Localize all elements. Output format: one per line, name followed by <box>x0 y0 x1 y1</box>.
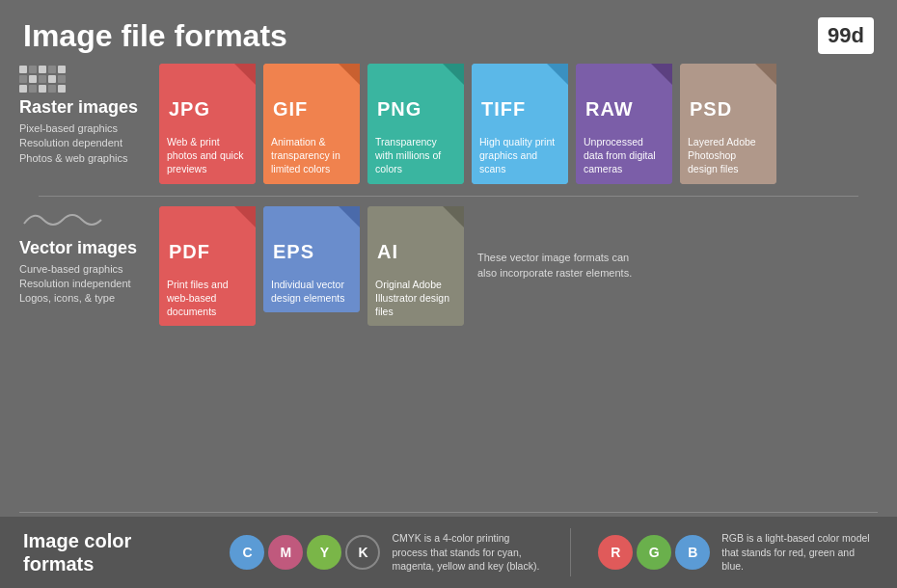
card-psd-body: Layered Adobe Photoshop design files <box>680 129 776 184</box>
card-gif: GIF Animation & transparency in limited … <box>263 64 360 184</box>
card-raw-top: RAW <box>576 64 672 129</box>
vector-title: Vector images <box>19 238 150 258</box>
card-png-label: PNG <box>377 98 421 120</box>
vector-section: Vector images Curve-based graphicsResolu… <box>19 206 878 327</box>
card-jpg-top: JPG <box>159 64 256 129</box>
card-png-top: PNG <box>367 64 464 129</box>
card-psd-label: PSD <box>690 98 732 120</box>
vector-description: Curve-based graphicsResolution independe… <box>19 262 150 307</box>
cmyk-description: CMYK is a 4-color printing process that … <box>392 531 543 574</box>
section-divider <box>39 196 858 197</box>
card-tiff-top: TIFF <box>472 64 568 129</box>
k-circle: K <box>345 535 380 570</box>
raster-label: Raster images Pixel-based graphicsResolu… <box>19 64 159 184</box>
card-gif-label: GIF <box>273 98 308 120</box>
card-png-body: Transparency with millions of colors <box>367 129 464 184</box>
card-pdf-fold <box>234 206 256 227</box>
card-psd-fold <box>755 64 776 85</box>
card-eps: EPS Individual vector design elements <box>263 206 360 312</box>
color-formats-section: Image color formats C M Y K CMYK is a 4-… <box>0 517 897 588</box>
rgb-circles: R G B <box>598 535 710 570</box>
vector-icon <box>19 206 150 233</box>
card-raw-body: Unprocessed data from digital cameras <box>576 129 672 184</box>
page: Image file formats 99d Raster images Pix… <box>0 0 897 588</box>
card-gif-fold <box>339 64 360 85</box>
g-circle: G <box>637 535 671 570</box>
card-eps-label: EPS <box>273 241 314 263</box>
r-circle: R <box>598 535 633 570</box>
raster-section: Raster images Pixel-based graphicsResolu… <box>19 64 878 184</box>
c-circle: C <box>230 535 264 570</box>
b-circle: B <box>675 535 710 570</box>
card-tiff-fold <box>547 64 568 85</box>
card-png-fold <box>443 64 464 85</box>
logo: 99d <box>818 17 874 54</box>
card-eps-fold <box>339 206 360 227</box>
card-tiff: TIFF High quality print graphics and sca… <box>472 64 568 184</box>
card-ai: AI Original Adobe Illustrator design fil… <box>367 206 464 327</box>
card-gif-body: Animation & transparency in limited colo… <box>263 129 360 184</box>
card-jpg: JPG Web & print photos and quick preview… <box>159 64 256 184</box>
card-tiff-body: High quality print graphics and scans <box>472 129 568 184</box>
page-title: Image file formats <box>23 18 287 54</box>
card-pdf-label: PDF <box>169 241 210 263</box>
card-pdf: PDF Print files and web-based documents <box>159 206 256 327</box>
card-raw-fold <box>651 64 672 85</box>
card-ai-body: Original Adobe Illustrator design files <box>367 272 464 327</box>
card-raw: RAW Unprocessed data from digital camera… <box>576 64 672 184</box>
main-content: Raster images Pixel-based graphicsResolu… <box>0 64 897 508</box>
cmyk-circles: C M Y K <box>230 535 380 570</box>
rgb-description: RGB is a light-based color model that st… <box>721 531 874 574</box>
cmyk-section: C M Y K CMYK is a 4-color printing proce… <box>230 531 543 574</box>
raster-cards: JPG Web & print photos and quick preview… <box>159 64 776 184</box>
card-jpg-fold <box>234 64 256 85</box>
card-jpg-body: Web & print photos and quick previews <box>159 129 256 184</box>
vector-cards: PDF Print files and web-based documents … <box>159 206 641 327</box>
raster-icon <box>19 66 150 93</box>
color-vertical-divider <box>570 528 571 576</box>
card-ai-fold <box>443 206 464 227</box>
card-ai-label: AI <box>377 241 398 263</box>
card-psd-top: PSD <box>680 64 776 129</box>
card-eps-body: Individual vector design elements <box>263 272 360 312</box>
vector-label: Vector images Curve-based graphicsResolu… <box>19 206 159 327</box>
y-circle: Y <box>307 535 341 570</box>
card-png: PNG Transparency with millions of colors <box>367 64 464 184</box>
card-raw-label: RAW <box>585 98 634 120</box>
card-eps-top: EPS <box>263 206 360 272</box>
vector-note: These vector image formats can also inco… <box>477 251 641 281</box>
raster-title: Raster images <box>19 97 150 118</box>
card-pdf-body: Print files and web-based documents <box>159 272 256 327</box>
card-tiff-label: TIFF <box>481 98 526 120</box>
bottom-divider <box>19 512 878 513</box>
card-gif-top: GIF <box>263 64 360 129</box>
header: Image file formats 99d <box>0 0 897 64</box>
raster-description: Pixel-based graphicsResolution dependent… <box>19 121 150 166</box>
card-jpg-label: JPG <box>169 98 210 120</box>
color-formats-title: Image color formats <box>23 529 203 575</box>
card-ai-top: AI <box>367 206 464 272</box>
rgb-section: R G B RGB is a light-based color model t… <box>598 531 874 574</box>
card-psd: PSD Layered Adobe Photoshop design files <box>680 64 776 184</box>
m-circle: M <box>268 535 303 570</box>
card-pdf-top: PDF <box>159 206 256 272</box>
